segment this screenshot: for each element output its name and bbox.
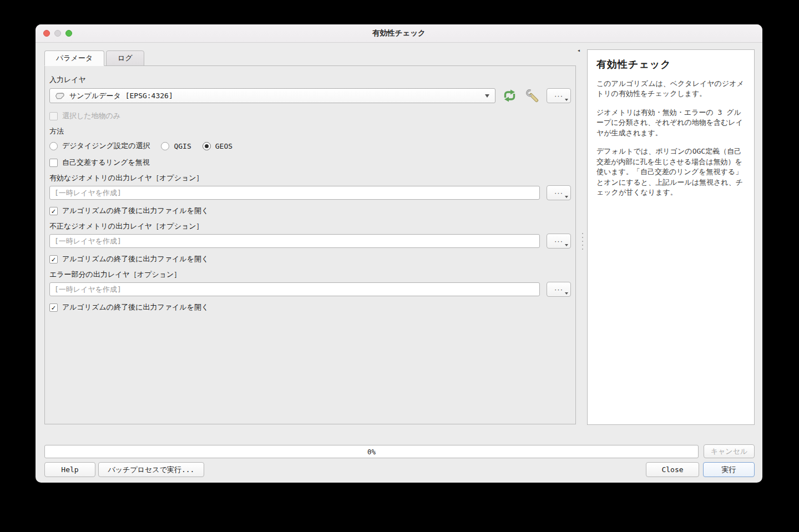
error-output-browse-button[interactable]: ··· [547,282,571,297]
wrench-icon [525,89,539,103]
help-paragraph: このアルゴリズムは、ベクタレイヤのジオメトリの有効性をチェックします。 [596,79,745,99]
progress-bar: 0% [44,445,699,458]
ellipsis-icon: ··· [554,92,563,100]
ignore-self-intersecting-rings-checkbox[interactable]: 自己交差するリングを無視 [49,158,571,168]
checkbox-icon [49,255,58,264]
invalid-output-input[interactable] [49,234,540,248]
radio-geos-label: GEOS [215,142,232,150]
cancel-button[interactable]: キャンセル [704,444,755,458]
tab-log[interactable]: ログ [106,50,144,66]
vector-layer-icon [54,92,65,100]
progress-text: 0% [367,448,376,456]
radio-geos[interactable]: GEOS [203,142,232,150]
valid-output-browse-button[interactable]: ··· [547,185,571,200]
invalid-output-browse-button[interactable]: ··· [547,234,571,249]
radio-qgis[interactable]: QGIS [161,142,191,150]
open-valid-output-checkbox[interactable]: アルゴリズムの終了後に出力ファイルを開く [49,206,571,216]
open-output-label: アルゴリズムの終了後に出力ファイルを開く [62,302,209,312]
batch-process-button[interactable]: バッチプロセスで実行... [98,462,204,477]
ellipsis-icon: ··· [554,237,563,245]
open-error-output-checkbox[interactable]: アルゴリズムの終了後に出力ファイルを開く [49,302,571,312]
chevron-down-icon [565,292,568,295]
chevron-down-icon [485,94,489,98]
help-paragraph: ジオメトリは有効・無効・エラーの 3 グループに分類され、それぞれの地物を含むレ… [596,108,745,138]
open-output-label: アルゴリズムの終了後に出力ファイルを開く [62,206,209,216]
help-title: 有効性チェック [596,58,745,71]
radio-digitizing[interactable]: デジタイジング設定の選択 [49,141,150,151]
method-label: 方法 [49,126,571,136]
valid-output-label: 有効なジオメトリの出力レイヤ［オプション］ [49,173,571,183]
collapse-help-button[interactable]: ◂ [577,48,580,53]
help-paragraph: デフォルトでは、ポリゴンのOGC定義（自己交差が内部に孔を生じさせる場合は無効）… [596,146,745,197]
iterate-layer-button[interactable] [501,89,518,103]
iterate-icon [502,89,517,103]
error-output-label: エラー部分の出力レイヤ［オプション］ [49,270,571,280]
ignore-rings-label: 自己交差するリングを無視 [62,158,150,168]
help-panel: 有効性チェック このアルゴリズムは、ベクタレイヤのジオメトリの有効性をチェックし… [587,49,755,425]
tab-bar: パラメータ ログ [44,50,146,66]
open-invalid-output-checkbox[interactable]: アルゴリズムの終了後に出力ファイルを開く [49,254,571,264]
title-bar: 有効性チェック [36,24,762,43]
input-layer-browse-button[interactable]: ··· [547,88,571,103]
checkbox-icon [49,159,58,167]
ellipsis-icon: ··· [554,189,563,197]
open-output-label: アルゴリズムの終了後に出力ファイルを開く [62,254,209,264]
ellipsis-icon: ··· [554,285,563,293]
close-button[interactable]: Close [646,462,699,477]
input-layer-value: サンプルデータ [EPSG:4326] [69,91,481,101]
valid-output-input[interactable] [49,186,540,200]
checkbox-icon [49,303,58,312]
chevron-down-icon [565,196,568,198]
splitter-handle[interactable] [580,233,585,250]
invalid-output-label: 不正なジオメトリの出力レイヤ［オプション］ [49,221,571,231]
checkbox-icon [49,112,58,120]
selected-features-label: 選択した地物のみ [62,111,120,121]
radio-icon [203,142,211,150]
run-button[interactable]: 実行 [703,462,755,477]
checkbox-icon [49,207,58,215]
input-layer-label: 入力レイヤ [49,75,571,85]
radio-qgis-label: QGIS [174,142,191,150]
radio-digitizing-label: デジタイジング設定の選択 [62,141,150,151]
dialog-window: 有効性チェック パラメータ ログ 入力レイヤ サンプルデータ [EPSG:432… [36,24,762,483]
error-output-input[interactable] [49,282,540,296]
radio-icon [49,142,58,150]
help-button[interactable]: Help [44,462,95,477]
chevron-down-icon [565,244,568,246]
window-title: 有効性チェック [36,28,762,38]
tab-parameters[interactable]: パラメータ [44,50,104,66]
input-layer-select[interactable]: サンプルデータ [EPSG:4326] [49,88,495,103]
parameters-panel: 入力レイヤ サンプルデータ [EPSG:4326] [44,65,576,424]
selected-features-checkbox[interactable]: 選択した地物のみ [49,111,571,121]
advanced-options-button[interactable] [523,89,540,103]
method-radio-group: デジタイジング設定の選択 QGIS GEOS [49,141,571,151]
radio-icon [161,142,169,150]
chevron-down-icon [565,99,568,101]
